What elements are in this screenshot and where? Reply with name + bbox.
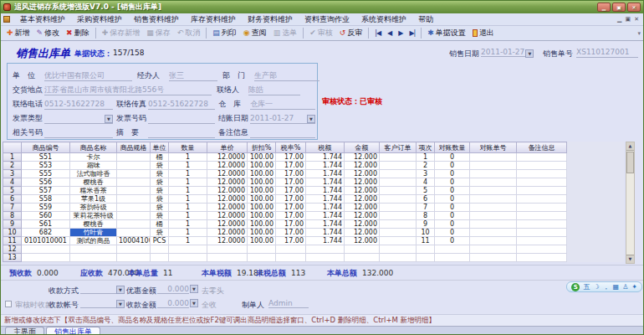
toolbar-overflow-icon[interactable]: ▾ [637, 30, 641, 37]
grid-cell[interactable] [470, 212, 517, 220]
grid-cell[interactable]: 1.744 [306, 204, 345, 212]
grid-cell[interactable]: 1.744 [306, 153, 345, 162]
grid-cell[interactable] [22, 254, 70, 262]
grid-cell[interactable] [470, 195, 517, 204]
grid-cell[interactable]: 1 [169, 237, 207, 245]
grid-cell[interactable]: 12.0000 [207, 178, 248, 187]
menu-item[interactable]: 资料查询作业 [299, 14, 355, 25]
chevron-down-icon[interactable]: ▼ [307, 115, 315, 123]
column-header[interactable]: 对账单号 [470, 142, 517, 153]
grid-cell[interactable] [517, 170, 567, 178]
grid-cell[interactable]: 测试的商品 [70, 237, 117, 245]
cancel-button[interactable]: ↶取消 [174, 27, 204, 39]
grid-cell[interactable]: 100.00 [248, 220, 276, 229]
pay-account-combo[interactable]: ▼ [80, 298, 125, 308]
grid-cell[interactable]: 袋 [151, 204, 169, 212]
grid-cell[interactable]: 1 [169, 162, 207, 170]
grid-cell[interactable]: 1 [169, 187, 207, 195]
column-header[interactable]: 商品规格 [117, 142, 151, 153]
grid-cell[interactable]: 桶 [151, 220, 169, 229]
column-header[interactable]: 折扣% [248, 142, 276, 153]
grid-cell[interactable]: 682 [22, 229, 70, 237]
row-number-cell[interactable]: 5 [3, 187, 22, 195]
column-header[interactable]: 备注信息 [517, 142, 567, 153]
grid-cell[interactable] [417, 245, 435, 254]
grid-cell[interactable] [470, 178, 517, 187]
grid-cell[interactable] [276, 254, 306, 262]
row-number-cell[interactable]: 9 [3, 220, 22, 229]
grid-cell[interactable]: 1.744 [306, 162, 345, 170]
dept-field[interactable]: 生产部 [254, 70, 319, 81]
grid-cell[interactable] [207, 245, 248, 254]
memo-field[interactable] [148, 127, 215, 138]
grid-cell[interactable]: 12.000 [345, 187, 380, 195]
spin-down-icon[interactable]: ▼ [190, 299, 198, 307]
pay-method-combo[interactable]: ▼ [80, 284, 125, 294]
grid-cell[interactable] [306, 245, 345, 254]
grid-cell[interactable]: 17.00 [276, 237, 306, 245]
grid-cell[interactable] [435, 245, 470, 254]
fax-field[interactable]: 0512-51622728 [148, 99, 215, 110]
tab-main[interactable]: 主界面 [5, 327, 44, 335]
prev-record-button[interactable]: ◀ [384, 28, 395, 38]
column-header[interactable]: 税额 [306, 142, 345, 153]
grid-cell[interactable]: 12.0000 [207, 229, 248, 237]
grid-cell[interactable]: PCS [151, 237, 169, 245]
grid-cell[interactable]: 100.00 [248, 170, 276, 178]
grid-cell[interactable] [70, 245, 117, 254]
grid-cell[interactable] [470, 220, 517, 229]
grid-cell[interactable]: 糯米香茶 [70, 187, 117, 195]
grid-cell[interactable]: 100.00 [248, 237, 276, 245]
chevron-down-icon[interactable]: ▼ [116, 286, 125, 294]
grid-cell[interactable] [380, 237, 417, 245]
menu-item[interactable]: 库存资料维护 [185, 14, 242, 25]
grid-cell[interactable]: 1.744 [306, 178, 345, 187]
grid-cell[interactable]: 樱桃香 [70, 178, 117, 187]
ime-mode-icon[interactable]: ☽ [593, 283, 599, 291]
audit-collect-checkbox[interactable] [5, 301, 12, 307]
grid-cell[interactable]: 1.744 [306, 220, 345, 229]
mdi-minimize-button[interactable]: ▁ [617, 14, 621, 24]
grid-cell[interactable] [435, 254, 470, 262]
warehouse-field[interactable]: 仓库一 [250, 99, 315, 110]
grid-cell[interactable]: 11 [417, 237, 435, 245]
grid-cell[interactable] [117, 195, 151, 204]
scroll-up-icon[interactable]: ▲ [626, 142, 634, 151]
grid-cell[interactable] [470, 187, 517, 195]
grid-cell[interactable]: S53 [22, 162, 70, 170]
unit-field[interactable]: 优比中国有限公司 [44, 70, 132, 81]
grid-cell[interactable]: 0 [435, 187, 470, 195]
grid-cell[interactable]: 0 [435, 220, 470, 229]
grid-cell[interactable]: 12.000 [345, 178, 380, 187]
grid-cell[interactable] [517, 254, 567, 262]
grid-cell[interactable] [517, 237, 567, 245]
grid-cell[interactable]: 12.0000 [207, 153, 248, 162]
grid-cell[interactable]: 苹果1级 [70, 195, 117, 204]
menu-item[interactable]: 财务资料维护 [242, 14, 299, 25]
ime-tool-icon[interactable]: ✦ [631, 283, 637, 291]
grid-cell[interactable]: 17.00 [276, 229, 306, 237]
grid-cell[interactable]: S57 [22, 187, 70, 195]
row-number-cell[interactable]: 4 [3, 178, 22, 187]
menu-item[interactable]: 销售资料维护 [128, 14, 185, 25]
chevron-down-icon[interactable]: ▼ [525, 49, 534, 57]
scroll-down-icon[interactable]: ▼ [626, 255, 634, 263]
column-header[interactable]: 金额 [345, 142, 380, 153]
grid-cell[interactable] [517, 195, 567, 204]
grid-cell[interactable] [248, 245, 276, 254]
chevron-down-icon[interactable]: ▼ [105, 115, 113, 123]
row-number-cell[interactable]: 10 [3, 229, 22, 237]
menu-item[interactable]: 帮助 [412, 14, 439, 25]
grid-cell[interactable] [470, 170, 517, 178]
grid-cell[interactable] [117, 178, 151, 187]
grid-cell[interactable] [117, 212, 151, 220]
grid-cell[interactable]: 1.744 [306, 170, 345, 178]
grid-cell[interactable]: 12.0000 [207, 187, 248, 195]
grid-cell[interactable]: 7 [417, 204, 435, 212]
close-button[interactable]: ✕ [627, 3, 641, 12]
grid-cell[interactable]: 12.000 [345, 153, 380, 162]
grid-cell[interactable] [117, 220, 151, 229]
grid-cell[interactable]: 2 [417, 162, 435, 170]
grid-cell[interactable] [380, 153, 417, 162]
grid-cell[interactable] [306, 254, 345, 262]
